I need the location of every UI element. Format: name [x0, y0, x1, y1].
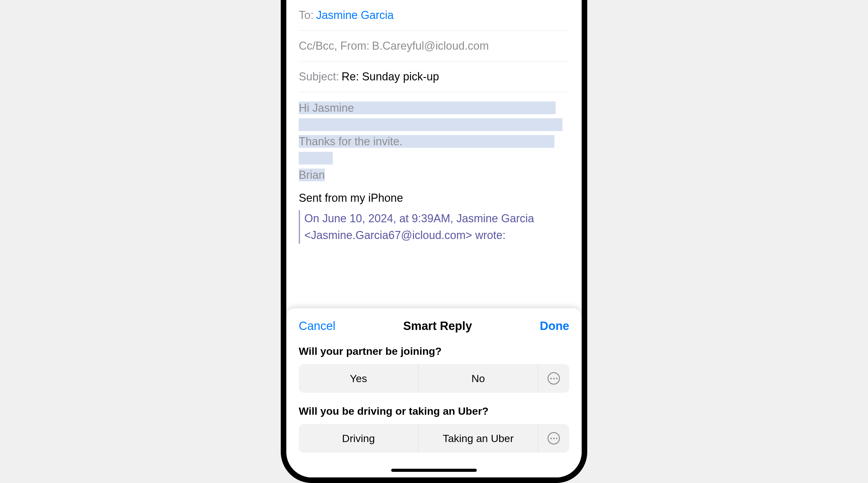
email-compose-area: To: Jasmine Garcia Cc/Bcc, From: B.Carey…: [286, 0, 582, 251]
question-1: Will your partner be joining?: [299, 345, 569, 357]
email-body[interactable]: Hi Jasmine Thanks for the invite. Brian …: [299, 92, 569, 251]
subject-value: Re: Sunday pick-up: [342, 70, 439, 83]
cancel-button[interactable]: Cancel: [299, 320, 335, 333]
body-line-1: Hi Jasmine: [299, 101, 354, 114]
question-1-options: Yes No: [299, 364, 569, 393]
smart-reply-sheet: Cancel Smart Reply Done Will your partne…: [286, 308, 582, 477]
home-indicator[interactable]: [391, 469, 477, 472]
subject-label: Subject:: [299, 70, 339, 83]
question-2-options: Driving Taking an Uber: [299, 424, 569, 453]
ccbcc-from-field[interactable]: Cc/Bcc, From: B.Careyful@icloud.com: [299, 31, 569, 61]
more-icon: [548, 372, 560, 385]
to-label: To:: [299, 9, 314, 22]
sheet-title: Smart Reply: [403, 320, 472, 333]
from-value: B.Careyful@icloud.com: [372, 39, 489, 53]
phone-frame: To: Jasmine Garcia Cc/Bcc, From: B.Carey…: [281, 0, 587, 483]
option-yes[interactable]: Yes: [299, 364, 418, 393]
body-line-3: Brian: [299, 169, 325, 181]
option-no[interactable]: No: [418, 364, 538, 393]
option-more-2[interactable]: [538, 424, 569, 453]
question-2: Will you be driving or taking an Uber?: [299, 405, 569, 417]
sheet-header: Cancel Smart Reply Done: [299, 320, 569, 333]
to-field[interactable]: To: Jasmine Garcia: [299, 0, 569, 31]
done-button[interactable]: Done: [540, 320, 569, 333]
option-uber[interactable]: Taking an Uber: [418, 424, 538, 453]
more-icon: [548, 432, 560, 445]
selected-body-text: Hi Jasmine Thanks for the invite. Brian: [299, 100, 569, 183]
option-driving[interactable]: Driving: [299, 424, 418, 453]
ccbcc-label: Cc/Bcc, From:: [299, 39, 370, 53]
option-more-1[interactable]: [538, 364, 569, 393]
phone-screen: To: Jasmine Garcia Cc/Bcc, From: B.Carey…: [286, 0, 582, 477]
body-line-2: Thanks for the invite.: [299, 135, 402, 148]
email-signature: Sent from my iPhone: [299, 190, 569, 206]
to-recipient[interactable]: Jasmine Garcia: [316, 9, 394, 22]
quoted-header: On June 10, 2024, at 9:39AM, Jasmine Gar…: [299, 210, 569, 244]
subject-field[interactable]: Subject: Re: Sunday pick-up: [299, 61, 569, 92]
